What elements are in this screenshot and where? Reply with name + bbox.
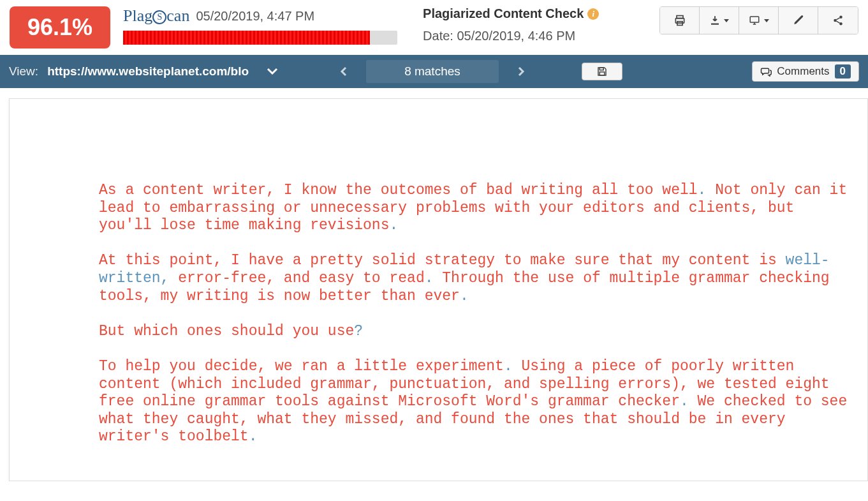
print-button[interactable]	[660, 7, 700, 34]
comments-count-badge: 0	[835, 64, 851, 79]
settings-button[interactable]	[779, 7, 818, 34]
svg-point-5	[834, 19, 837, 22]
download-button[interactable]	[700, 7, 739, 34]
svg-rect-3	[711, 24, 719, 25]
plagiarism-score-badge: 96.1%	[10, 6, 110, 49]
plagscan-logo[interactable]: PlagScan	[123, 6, 189, 26]
comments-icon	[760, 67, 772, 77]
scan-timestamp: 05/20/2019, 4:47 PM	[196, 9, 314, 24]
caret-down-icon	[724, 19, 729, 22]
document-title: Plagiarized Content Check i	[423, 6, 599, 21]
url-dropdown-button[interactable]	[258, 68, 287, 75]
display-button[interactable]	[739, 7, 779, 34]
comments-button[interactable]: Comments 0	[752, 61, 859, 82]
matches-count[interactable]: 8 matches	[366, 60, 499, 83]
caret-down-icon	[764, 19, 769, 22]
view-label: View:	[9, 64, 38, 79]
svg-rect-8	[600, 68, 603, 70]
svg-rect-4	[750, 17, 759, 22]
info-icon[interactable]: i	[587, 8, 599, 20]
prev-match-button[interactable]	[330, 63, 357, 80]
document-date: Date: 05/20/2019, 4:46 PM	[423, 29, 599, 43]
next-match-button[interactable]	[508, 63, 534, 80]
save-button[interactable]	[582, 63, 622, 80]
document-content: As a content writer, I know the outcomes…	[99, 182, 855, 446]
share-button[interactable]	[818, 7, 858, 34]
svg-rect-9	[600, 72, 605, 75]
svg-point-6	[839, 16, 842, 19]
svg-point-7	[839, 22, 842, 26]
comments-label: Comments	[777, 65, 829, 78]
view-url: https://www.websiteplanet.com/blo	[47, 64, 249, 79]
plagiarism-progress-bar	[123, 31, 397, 45]
document-viewer[interactable]: As a content writer, I know the outcomes…	[9, 98, 868, 481]
